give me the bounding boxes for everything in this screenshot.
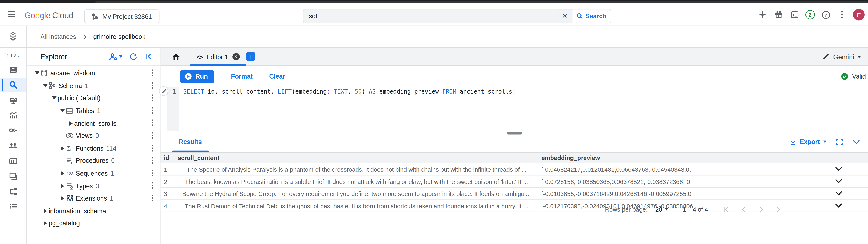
run-button[interactable]: Run [180, 70, 214, 83]
kebab-menu-icon[interactable] [151, 132, 153, 139]
expand-arrow-icon[interactable] [33, 72, 40, 75]
expand-row-button[interactable] [835, 167, 842, 172]
kebab-menu-icon[interactable] [151, 119, 153, 127]
home-tab-button[interactable] [172, 52, 181, 61]
expand-arrow-icon[interactable] [59, 196, 66, 201]
tree-item-schema[interactable]: Schema 1 [27, 80, 160, 92]
gemini-menu-button[interactable]: Gemini [822, 48, 861, 66]
rail-item-users[interactable] [0, 138, 26, 153]
kebab-menu-icon[interactable] [151, 69, 153, 77]
gemini-inline-edit-button[interactable] [159, 87, 168, 96]
browser-tab-sliver [95, 1, 868, 3]
tree-item-pg-catalog[interactable]: pg_catalog [27, 217, 160, 230]
notifications-badge[interactable]: 2 [805, 10, 815, 19]
kebab-menu-icon[interactable] [151, 107, 153, 114]
rail-item-backups[interactable] [0, 169, 26, 184]
close-tab-icon[interactable]: ✕ [232, 53, 240, 60]
tree-item-arcane-wisdom[interactable]: arcane_wisdom [27, 67, 160, 80]
chevron-down-icon [858, 56, 861, 58]
rail-item-operations[interactable] [0, 199, 26, 214]
tree-item-extensions[interactable]: Extensions 1 [27, 192, 160, 205]
expand-arrow-icon[interactable] [59, 146, 66, 150]
kebab-menu-icon[interactable] [151, 144, 153, 152]
kebab-menu-icon[interactable] [151, 94, 153, 101]
rail-item-system-insights[interactable] [0, 92, 26, 108]
more-vertical-icon[interactable] [837, 10, 847, 20]
kebab-menu-icon[interactable] [151, 182, 153, 189]
hamburger-menu-icon[interactable] [7, 10, 16, 19]
tree-count: 1 [85, 83, 88, 89]
project-selector-button[interactable]: My Project 32861 [84, 9, 159, 23]
table-row[interactable]: 2 The beast known as Procrastination is … [161, 176, 868, 188]
expand-arrow-icon[interactable] [59, 109, 66, 113]
rail-item-connections[interactable] [0, 123, 26, 138]
rail-item-databases[interactable] [0, 153, 26, 169]
expand-arrow-icon[interactable] [41, 221, 49, 225]
expand-row-button[interactable] [835, 191, 842, 196]
clear-button[interactable]: Clear [269, 73, 285, 80]
expand-arrow-icon[interactable] [41, 84, 49, 88]
rail-item-overview[interactable] [0, 62, 26, 77]
sql-code-line[interactable]: SELECT id, scroll_content, LEFT(embeddin… [183, 88, 516, 95]
expand-arrow-icon[interactable] [59, 184, 66, 188]
tree-item-information-schema[interactable]: information_schema [27, 205, 160, 217]
user-avatar[interactable]: E [853, 9, 865, 21]
column-header-id[interactable]: id [161, 154, 175, 161]
kebab-menu-icon[interactable] [151, 194, 153, 202]
page-range: 1 – 4 of 4 [683, 206, 708, 213]
expand-arrow-icon[interactable] [59, 171, 66, 175]
kebab-menu-icon[interactable] [151, 170, 153, 177]
table-row[interactable]: 1 The Spectre of Analysis Paralysis is a… [161, 163, 868, 176]
column-header-embedding-preview[interactable]: embedding_preview [538, 154, 824, 161]
export-button[interactable]: Export [789, 138, 827, 146]
tab-results[interactable]: Results [172, 131, 209, 152]
breadcrumb-all-instances[interactable]: All instances [40, 33, 76, 40]
refresh-button[interactable] [130, 53, 137, 60]
tree-item-types[interactable]: Types 3 [27, 180, 160, 192]
tree-item-procedures[interactable]: Procedures 0 [27, 155, 160, 167]
collapse-results-button[interactable] [852, 139, 860, 144]
tree-item-functions[interactable]: Σ Functions 114 [27, 142, 160, 155]
chevron-down-icon [823, 141, 827, 143]
new-tab-button[interactable]: + [246, 52, 255, 61]
search-button[interactable]: Search [572, 9, 611, 23]
sql-editor[interactable]: 1 SELECT id, scroll_content, LEFT(embedd… [161, 87, 868, 130]
format-button[interactable]: Format [231, 73, 253, 80]
table-row[interactable]: 3 Beware the Hydra of Scope Creep. For e… [161, 188, 868, 200]
switch-user-button[interactable] [109, 52, 122, 61]
rail-item-query-insights[interactable] [0, 108, 26, 123]
next-page-button[interactable] [758, 206, 765, 213]
gift-icon[interactable] [773, 10, 783, 20]
tree-item-ancient-scrolls[interactable]: ancient_scrolls [27, 117, 160, 129]
collapse-panel-button[interactable] [145, 53, 152, 60]
expand-arrow-icon[interactable] [50, 97, 58, 100]
tree-item-views[interactable]: Views 0 [27, 129, 160, 142]
tree-item-tables[interactable]: Tables 1 [27, 104, 160, 117]
search-input[interactable] [303, 9, 557, 23]
column-header-scroll-content[interactable]: scroll_content [175, 154, 538, 161]
gemini-sparkle-icon[interactable] [757, 10, 767, 20]
fullscreen-button[interactable] [836, 138, 843, 146]
kebab-menu-icon[interactable] [151, 82, 153, 89]
expand-row-button[interactable] [835, 179, 842, 184]
last-page-button[interactable] [776, 206, 783, 213]
app-bar: GoogleCloud My Project 32861 ✕ Search 2 … [0, 3, 868, 26]
rail-item-replicas[interactable] [0, 184, 26, 199]
search-clear-icon[interactable]: ✕ [557, 9, 572, 23]
line-number: 1 [173, 88, 176, 95]
tree-item-sequences[interactable]: 123 Sequences 1 [27, 167, 160, 180]
rail-item-cloud-sql-studio[interactable] [0, 77, 26, 92]
kebab-menu-icon[interactable] [151, 157, 153, 164]
tab-editor-1[interactable]: <> Editor 1 ✕ [190, 48, 246, 66]
previous-page-button[interactable] [740, 206, 747, 213]
first-page-button[interactable] [722, 206, 730, 213]
rows-per-page-select[interactable]: 20 [655, 206, 668, 213]
svg-text:Σ: Σ [67, 145, 71, 152]
expand-arrow-icon[interactable] [41, 209, 49, 213]
cloud-shell-icon[interactable] [789, 10, 800, 20]
query-insights-icon [8, 111, 18, 120]
google-cloud-logo[interactable]: GoogleCloud [24, 10, 73, 20]
expand-arrow-icon[interactable] [67, 121, 74, 125]
tree-item-public-default[interactable]: public (Default) [27, 92, 160, 104]
help-icon[interactable]: ? [821, 10, 831, 20]
